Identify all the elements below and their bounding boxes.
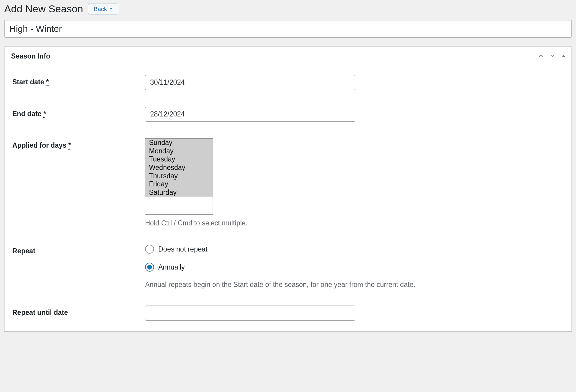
back-button-label: Back xyxy=(94,5,107,13)
required-mark: * xyxy=(46,78,49,86)
applied-days-label-text: Applied for days xyxy=(12,141,68,149)
repeat-label: Repeat xyxy=(12,247,35,255)
start-date-label-text: Start date xyxy=(12,78,46,86)
end-date-label: End date * xyxy=(12,110,46,118)
svg-marker-0 xyxy=(562,55,565,57)
applied-days-label: Applied for days * xyxy=(12,141,71,149)
day-option[interactable]: Monday xyxy=(145,147,213,155)
back-button[interactable]: Back xyxy=(88,4,118,14)
day-option[interactable]: Friday xyxy=(145,180,213,188)
chevron-down-icon xyxy=(549,53,555,60)
end-date-label-text: End date xyxy=(12,110,44,118)
start-date-label: Start date * xyxy=(12,78,49,86)
page-title: Add New Season xyxy=(4,3,83,15)
day-option[interactable]: Tuesday xyxy=(145,155,213,164)
repeat-until-label: Repeat until date xyxy=(12,309,68,316)
move-up-button[interactable] xyxy=(538,53,544,60)
repeat-none-radio[interactable] xyxy=(145,245,154,254)
start-date-input[interactable] xyxy=(145,75,355,90)
repeat-until-input[interactable] xyxy=(145,306,355,321)
season-info-panel: Season Info xyxy=(4,47,572,332)
repeat-none-label[interactable]: Does not repeat xyxy=(158,245,208,253)
triangle-up-icon xyxy=(561,53,567,60)
repeat-annually-label[interactable]: Annually xyxy=(158,263,185,271)
day-option[interactable]: Sunday xyxy=(145,139,213,147)
season-title-input[interactable] xyxy=(4,20,572,38)
panel-header: Season Info xyxy=(5,47,571,66)
applied-days-select[interactable]: SundayMondayTuesdayWednesdayThursdayFrid… xyxy=(145,138,213,215)
move-down-button[interactable] xyxy=(549,53,555,60)
day-option[interactable]: Thursday xyxy=(145,172,213,180)
panel-title: Season Info xyxy=(11,52,50,60)
back-arrow-icon xyxy=(109,5,113,13)
required-mark: * xyxy=(44,110,46,118)
repeat-annually-radio[interactable] xyxy=(145,263,154,272)
applied-days-help: Hold Ctrl / Cmd to select multiple. xyxy=(145,219,564,227)
day-option[interactable]: Wednesday xyxy=(145,164,213,172)
toggle-panel-button[interactable] xyxy=(561,53,567,60)
chevron-up-icon xyxy=(538,53,544,60)
repeat-help: Annual repeats begin on the Start date o… xyxy=(145,281,564,289)
end-date-input[interactable] xyxy=(145,107,355,122)
required-mark: * xyxy=(68,141,71,149)
day-option[interactable]: Saturday xyxy=(145,188,213,197)
